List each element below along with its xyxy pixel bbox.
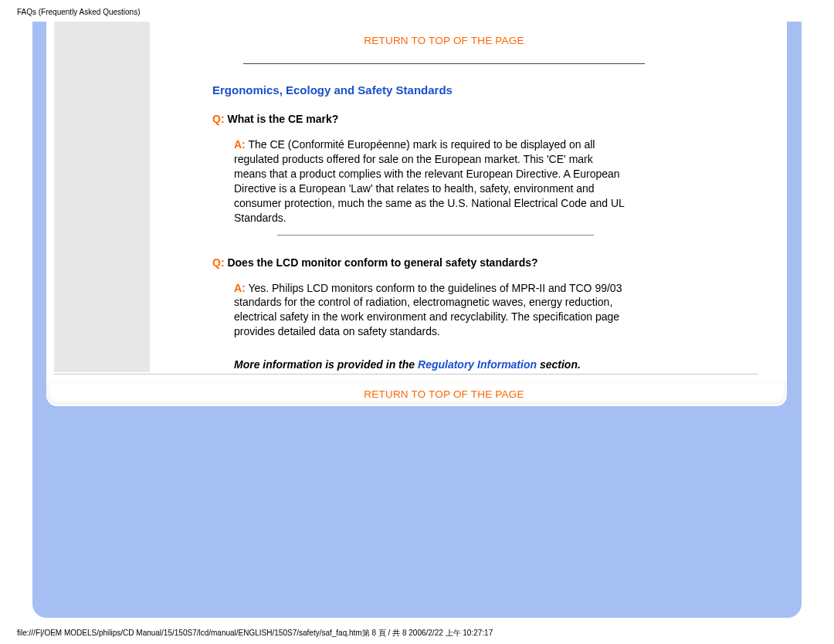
left-sidebar: [54, 22, 150, 372]
q2-text: Does the LCD monitor conform to general …: [225, 256, 538, 269]
more-info-pre: More information is provided in the: [234, 358, 418, 371]
more-info-post: section.: [537, 358, 581, 371]
page-header-title: FAQs (Frequently Asked Questions): [17, 8, 141, 16]
more-info-line: More information is provided in the Regu…: [234, 358, 676, 372]
footer-file-path: file:///F|/OEM MODELS/philips/CD Manual/…: [17, 628, 493, 639]
qa-divider: [277, 235, 594, 236]
section-divider-top: [243, 63, 645, 64]
return-to-top-link-lower[interactable]: RETURN TO TOP OF THE PAGE: [212, 388, 676, 402]
question-1: Q: What is the CE mark?: [212, 112, 676, 127]
answer-1: A: The CE (Conformité Européenne) mark i…: [234, 137, 628, 225]
q1-text: What is the CE mark?: [225, 113, 339, 125]
a-label: A:: [234, 282, 246, 294]
regulatory-info-link[interactable]: Regulatory Information: [418, 358, 537, 371]
a-label: A:: [234, 138, 246, 151]
section-heading: Ergonomics, Ecology and Safety Standards: [212, 83, 676, 98]
answer-2: A: Yes. Philips LCD monitors conform to …: [234, 281, 628, 340]
q-label: Q:: [212, 256, 225, 269]
main-content: RETURN TO TOP OF THE PAGE Ergonomics, Ec…: [212, 31, 676, 408]
a1-text: The CE (Conformité Européenne) mark is r…: [234, 138, 624, 223]
return-to-top-link-upper[interactable]: RETURN TO TOP OF THE PAGE: [212, 34, 676, 48]
q-label: Q:: [212, 113, 225, 125]
a2-text: Yes. Philips LCD monitors conform to the…: [234, 282, 622, 338]
question-2: Q: Does the LCD monitor conform to gener…: [212, 256, 676, 270]
